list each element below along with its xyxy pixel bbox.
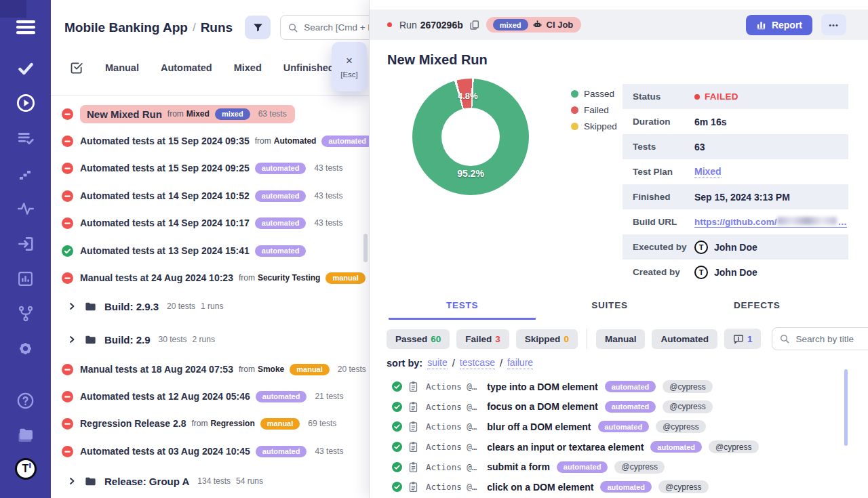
test-search-input[interactable] (795, 334, 868, 344)
steps-icon[interactable] (0, 160, 51, 187)
filter-manual-button[interactable]: Manual (596, 329, 646, 349)
build-url-link[interactable]: https://github.com/… (694, 217, 847, 228)
avatar: T (694, 241, 708, 254)
testcase-icon (408, 421, 418, 432)
chevron-right-icon[interactable] (68, 477, 76, 485)
more-actions-button[interactable]: ••• (821, 14, 846, 35)
folder-icon (84, 300, 97, 313)
app-logo[interactable]: T (0, 455, 51, 482)
tests-scrollbar-thumb[interactable] (844, 369, 848, 446)
run-row[interactable]: Automated tests at 13 Sep 2024 15:41 aut… (51, 237, 370, 264)
chevron-right-icon[interactable] (68, 302, 76, 310)
test-title[interactable]: focus on a DOM element (487, 401, 597, 412)
sort-row: sort by: suite / testcase / failure (387, 357, 533, 369)
test-tag[interactable]: @cypress (656, 420, 706, 433)
test-suite[interactable]: Actions @… (426, 462, 477, 472)
run-from-label: from (191, 419, 208, 428)
test-row[interactable]: Actions @… type into a DOM element autom… (370, 377, 868, 397)
donut-hole (441, 108, 500, 166)
runs-scrollbar-thumb[interactable] (363, 234, 368, 262)
run-group-row[interactable]: Build: 2.9.3 20 tests 1 runs (51, 293, 370, 320)
comments-filter-button[interactable]: 1 (724, 329, 762, 349)
projects-folders-icon[interactable] (0, 421, 51, 449)
test-suite[interactable]: Actions @… (426, 442, 477, 452)
run-row[interactable]: Regression Release 2.8 from Regression m… (51, 410, 370, 437)
robot-icon (532, 20, 542, 30)
test-row[interactable]: Actions @… submit a form automated @cypr… (370, 457, 868, 477)
tab-suites[interactable]: SUITES (536, 300, 683, 320)
filter-failed-button[interactable]: Failed3 (456, 329, 509, 349)
pulse-icon[interactable] (0, 195, 51, 222)
run-group-row[interactable]: Release: Group A 134 tests 54 runs (51, 468, 370, 495)
sort-by-failure[interactable]: failure (507, 357, 533, 369)
folder-icon (84, 333, 97, 346)
run-from-label: from (239, 365, 255, 374)
test-type-badge: automated (605, 401, 656, 413)
test-search[interactable] (772, 327, 868, 350)
test-title[interactable]: blur off a DOM element (487, 421, 591, 432)
chevron-right-icon[interactable] (68, 335, 76, 344)
testcase-icon (408, 461, 418, 473)
filter-skipped-button[interactable]: Skipped0 (516, 329, 578, 349)
test-row[interactable]: Actions @… blur off a DOM element automa… (370, 417, 868, 437)
settings-gear-icon[interactable] (0, 335, 51, 362)
branches-icon[interactable] (0, 300, 51, 327)
filter-passed-button[interactable]: Passed60 (387, 329, 450, 349)
run-type-badge: automated (255, 245, 307, 257)
copy-icon[interactable] (469, 20, 480, 30)
sort-by-testcase[interactable]: testcase (460, 357, 495, 369)
analytics-icon[interactable] (0, 265, 51, 292)
test-title[interactable]: type into a DOM element (487, 381, 597, 392)
tab-defects[interactable]: DEFECTS (684, 300, 831, 320)
sort-by-suite[interactable]: suite (427, 357, 448, 369)
check-icon[interactable] (0, 55, 51, 82)
close-panel-button[interactable]: × [Esc] (332, 42, 367, 91)
test-type-badge: automated (600, 481, 652, 493)
menu-icon[interactable] (0, 14, 51, 41)
test-suite[interactable]: Actions @… (426, 482, 477, 492)
test-suite[interactable]: Actions @… (426, 402, 477, 412)
test-tag[interactable]: @cypress (658, 480, 709, 493)
test-suite[interactable]: Actions @… (426, 381, 477, 392)
run-row-selected[interactable]: New Mixed Run from Mixed mixed 63 tests (51, 100, 370, 127)
sidebar: T (0, 0, 51, 498)
run-group-row[interactable]: Build: 2.9 30 tests 2 runs (51, 326, 370, 353)
test-tag[interactable]: @cypress (614, 461, 665, 474)
filter-automated-button[interactable]: Automated (652, 329, 717, 349)
test-plan-link[interactable]: Mixed (694, 166, 722, 178)
run-row[interactable]: Automated tests at 12 Aug 2024 05:46 aut… (51, 383, 370, 410)
info-row-created-by: Created by TJohn Doe (623, 260, 848, 285)
run-row[interactable]: Automated tests at 14 Sep 2024 10:52 aut… (51, 182, 370, 209)
test-row[interactable]: Actions @… clears an input or textarea e… (370, 437, 868, 457)
report-button[interactable]: Report (746, 15, 812, 35)
test-suite[interactable]: Actions @… (426, 421, 477, 432)
test-tag[interactable]: @cypress (709, 440, 759, 453)
test-title[interactable]: click on a DOM element (487, 482, 593, 493)
test-list-icon[interactable] (0, 125, 51, 152)
run-row[interactable]: Automated tests at 15 Sep 2024 09:35 fro… (51, 127, 370, 154)
build-url-text: https://github.com/ (694, 217, 776, 227)
test-type-badge: automated (605, 381, 656, 392)
run-type-badge: automated (255, 163, 307, 174)
failed-percent-label: 4.8% (458, 91, 478, 101)
tab-tests[interactable]: TESTS (389, 300, 536, 320)
legend-skipped: Skipped (571, 121, 617, 131)
help-icon[interactable] (0, 387, 51, 414)
ci-job-chip[interactable]: mixed CI Job (486, 17, 582, 33)
test-row[interactable]: Actions @… click on a DOM element automa… (370, 477, 868, 497)
test-tag[interactable]: @cypress (663, 380, 713, 393)
run-row[interactable]: Automated tests at 14 Sep 2024 10:17 aut… (51, 209, 370, 236)
test-title[interactable]: clears an input or textarea element (487, 442, 644, 453)
run-type-badge: manual (290, 364, 330, 375)
run-row[interactable]: Manual tests at 24 Aug 2024 10:23 from S… (51, 264, 370, 291)
info-row-tests: Tests 63 (623, 134, 848, 159)
test-title[interactable]: submit a form (487, 461, 550, 472)
import-icon[interactable] (0, 230, 51, 257)
runs-play-icon[interactable] (0, 89, 51, 117)
run-row[interactable]: Automated tests at 03 Aug 2024 10:45 aut… (51, 438, 370, 465)
run-row[interactable]: Automated tests at 15 Sep 2024 09:25 aut… (51, 154, 370, 182)
run-row[interactable]: Manual tests at 18 Aug 2024 07:53 from S… (51, 356, 370, 383)
test-tag[interactable]: @cypress (663, 400, 713, 413)
test-row[interactable]: Actions @… focus on a DOM element automa… (370, 397, 868, 417)
run-from-label: from (255, 136, 271, 146)
